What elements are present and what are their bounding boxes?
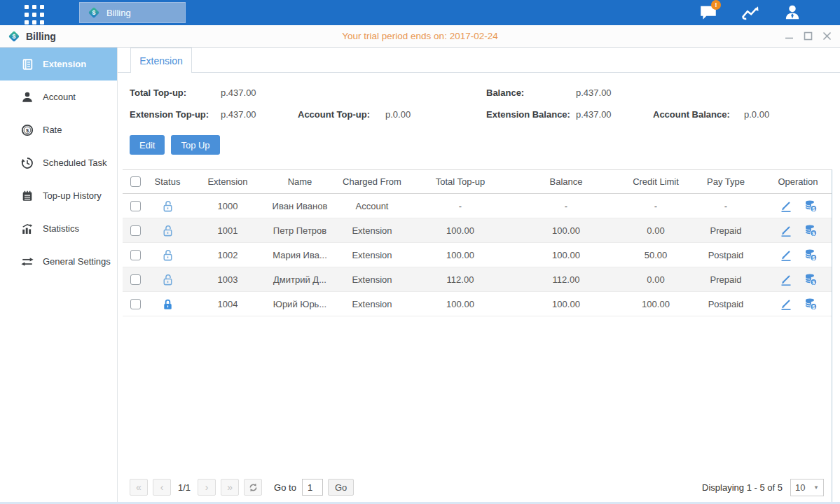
go-button[interactable]: Go	[328, 479, 354, 496]
sidebar-item-scheduled-task[interactable]: Scheduled Task	[0, 146, 117, 179]
row-checkbox[interactable]	[130, 250, 141, 260]
sidebar-item-label: Extension	[43, 59, 86, 69]
sidebar-item-rate[interactable]: $Rate	[0, 113, 117, 146]
cell-name: Мария Ива...	[268, 250, 331, 260]
table-row: 1001Петр ПетровExtension100.00100.000.00…	[123, 218, 832, 243]
extension-topup-label: Extension Top-up:	[130, 109, 221, 120]
lock-open-icon[interactable]	[161, 273, 174, 286]
resource-monitor-button[interactable]	[739, 2, 761, 24]
cell-name: Петр Петров	[268, 225, 331, 236]
tab-extension[interactable]: Extension	[130, 48, 192, 73]
table-row: 1002Мария Ива...Extension100.00100.0050.…	[123, 243, 832, 267]
topup-icon[interactable]: $	[804, 297, 818, 311]
edit-icon[interactable]	[779, 223, 793, 237]
operation-cell: $	[764, 297, 832, 311]
cell-extension: 1002	[187, 250, 268, 260]
edit-button[interactable]: Edit	[130, 135, 165, 155]
displaying-text: Displaying 1 - 5 of 5	[702, 482, 783, 493]
prev-page-button[interactable]: ‹	[153, 479, 171, 496]
first-page-button[interactable]: «	[130, 479, 148, 496]
lock-open-icon[interactable]	[161, 248, 174, 262]
col-name: Name	[268, 176, 331, 187]
col-status: Status	[148, 176, 187, 187]
balance-label: Balance:	[486, 88, 576, 98]
cell-credit_limit: 100.00	[624, 299, 687, 309]
table-body: 1000Иван ИвановAccount----$1001Петр Петр…	[123, 194, 832, 316]
row-checkbox-cell	[123, 250, 148, 260]
transfer-arrows-icon	[21, 255, 34, 268]
account-topup-label: Account Top-up:	[298, 109, 385, 120]
sidebar-item-extension[interactable]: Extension	[0, 48, 117, 80]
row-checkbox-cell	[123, 201, 148, 211]
select-all-checkbox[interactable]	[130, 176, 141, 187]
col-total-topup: Total Top-up	[413, 176, 508, 187]
cell-credit_limit: -	[624, 201, 687, 211]
goto-label: Go to	[274, 482, 296, 493]
col-credit-limit: Credit Limit	[624, 176, 687, 187]
trial-message: Your trial period ends on: 2017-02-24	[0, 31, 840, 41]
app-menu-grid-icon[interactable]	[25, 5, 44, 24]
goto-page-input[interactable]	[302, 479, 323, 496]
row-checkbox-cell	[123, 274, 148, 285]
tab-strip: Extension	[118, 48, 840, 73]
cell-credit_limit: 0.00	[624, 225, 687, 236]
topup-icon[interactable]: $	[804, 199, 818, 213]
col-charged-from: Charged From	[331, 176, 413, 187]
row-checkbox-cell	[123, 225, 148, 236]
page-size-select[interactable]: 10 ▼	[790, 479, 824, 496]
row-checkbox-cell	[123, 299, 148, 309]
cell-extension: 1003	[187, 274, 268, 285]
minimize-button[interactable]	[785, 31, 794, 41]
topup-icon[interactable]: $	[804, 248, 818, 262]
svg-text:$: $	[92, 9, 96, 16]
row-checkbox[interactable]	[130, 201, 141, 211]
cell-extension: 1001	[187, 225, 268, 236]
cell-pay_type: Prepaid	[687, 274, 764, 285]
edit-icon[interactable]	[779, 297, 793, 311]
close-button[interactable]	[822, 31, 832, 41]
next-page-button[interactable]: ›	[198, 479, 216, 496]
taskbar-tab-billing[interactable]: $ Billing	[79, 2, 186, 23]
maximize-button[interactable]	[804, 31, 813, 41]
sidebar-item-statistics[interactable]: Statistics	[0, 212, 117, 245]
sidebar-item-general-settings[interactable]: General Settings	[0, 245, 117, 278]
topup-icon[interactable]: $	[804, 223, 818, 237]
operation-cell: $	[764, 272, 832, 286]
billing-app-icon: $	[87, 6, 101, 20]
pagination-bar: « ‹ 1/1 › » Go to Go Displaying 1 - 5 of…	[123, 477, 832, 498]
notification-badge: !	[711, 0, 721, 10]
refresh-button[interactable]	[244, 479, 262, 496]
messages-button[interactable]: !	[697, 2, 719, 24]
edit-icon[interactable]	[779, 272, 793, 286]
lock-closed-icon[interactable]	[161, 298, 174, 311]
edit-icon[interactable]	[779, 199, 793, 213]
summary-left: Total Top-up: p.437.00 Extension Top-up:…	[130, 82, 486, 125]
page-indicator: 1/1	[178, 482, 191, 493]
notebook-icon	[21, 190, 34, 202]
window-controls	[785, 25, 832, 47]
user-account-button[interactable]	[781, 2, 803, 24]
last-page-button[interactable]: »	[221, 479, 239, 496]
row-checkbox[interactable]	[130, 299, 141, 309]
lock-open-icon[interactable]	[161, 224, 174, 237]
extension-balance-label: Extension Balance:	[486, 109, 576, 120]
operation-cell: $	[764, 248, 832, 262]
row-checkbox[interactable]	[130, 225, 141, 236]
cell-credit_limit: 50.00	[624, 250, 687, 260]
topup-button[interactable]: Top Up	[171, 135, 219, 155]
dollar-circle-icon: $	[21, 124, 34, 136]
row-checkbox[interactable]	[130, 274, 141, 285]
cell-charged_from: Extension	[331, 225, 413, 236]
sidebar-item-topup-history[interactable]: Top-up History	[0, 179, 117, 212]
window-title-group: $ Billing	[7, 29, 56, 43]
topup-icon[interactable]: $	[804, 272, 818, 286]
sidebar-item-account[interactable]: Account	[0, 80, 117, 113]
cell-total_topup: 112.00	[413, 274, 508, 285]
toolbar: Edit Top Up	[130, 135, 840, 155]
status-cell	[148, 200, 187, 213]
edit-icon[interactable]	[779, 248, 793, 262]
cell-pay_type: Prepaid	[687, 225, 764, 236]
main-area: ExtensionAccount$RateScheduled TaskTop-u…	[0, 48, 840, 503]
lock-open-icon[interactable]	[161, 200, 174, 213]
cell-charged_from: Extension	[331, 274, 413, 285]
